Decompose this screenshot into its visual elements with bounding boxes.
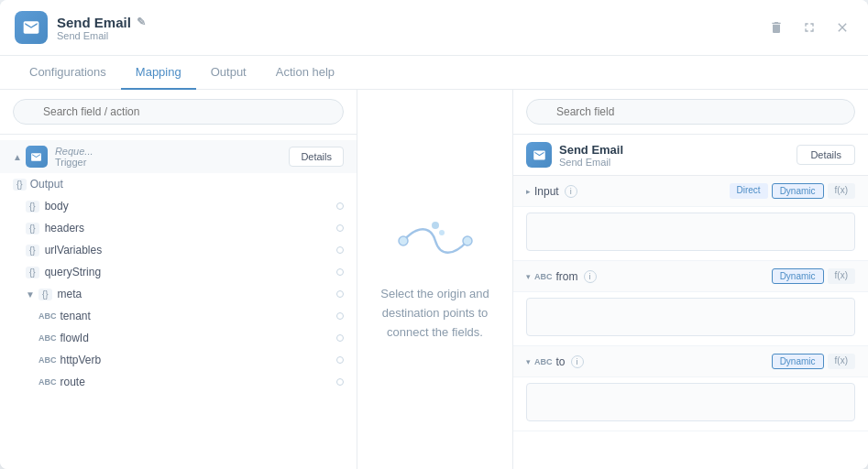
output-type-tag: {}: [13, 179, 27, 191]
from-tag-fx[interactable]: f(x): [828, 268, 855, 284]
from-type-tag: ABC: [534, 272, 553, 281]
destination-title: Send Email: [559, 143, 623, 157]
trigger-details-button[interactable]: Details: [289, 147, 344, 167]
input-tag-fx[interactable]: f(x): [828, 183, 855, 199]
destination-header: Send Email Send Email Details: [513, 135, 868, 176]
from-field-tags: Dynamic f(x): [772, 268, 855, 284]
right-search-area: 🔍: [513, 90, 868, 135]
from-tag-dynamic[interactable]: Dynamic: [772, 268, 824, 284]
left-search-input[interactable]: [13, 99, 344, 125]
input-field-label: Input: [534, 185, 559, 198]
field-section-input: ▸ Input i Direct Dynamic f(x): [513, 176, 868, 261]
tenant-type: ABC: [38, 311, 57, 321]
tree-item-route[interactable]: ABC route: [0, 371, 357, 393]
destination-details-button[interactable]: Details: [797, 145, 855, 165]
tab-mapping[interactable]: Mapping: [121, 56, 196, 90]
meta-chevron: ▼: [26, 289, 35, 300]
right-panel: 🔍 Send Email Send Email Details: [513, 90, 868, 469]
expand-button[interactable]: [798, 16, 820, 38]
querystring-label: queryString: [45, 266, 101, 278]
tabs-bar: Configurations Mapping Output Action hel…: [0, 56, 868, 90]
to-tag-dynamic[interactable]: Dynamic: [772, 354, 824, 369]
field-section-to: ▾ ABC to i Dynamic f(x): [513, 346, 868, 431]
window-subtitle: Send Email: [57, 30, 146, 41]
field-header-input: ▸ Input i Direct Dynamic f(x): [513, 176, 868, 207]
destination-subtitle: Send Email: [559, 157, 623, 168]
close-button[interactable]: [831, 16, 853, 38]
connect-text: Select the origin and destination points…: [376, 285, 494, 342]
output-label: Output: [30, 178, 63, 191]
input-field-area: [513, 207, 868, 260]
flowid-label: flowId: [60, 332, 89, 344]
destination-title-group: Send Email Send Email: [559, 143, 623, 168]
connect-illustration: [394, 216, 477, 270]
to-field-input[interactable]: [526, 383, 855, 421]
to-field-tags: Dynamic f(x): [772, 354, 855, 369]
tenant-label: tenant: [60, 310, 91, 322]
tab-action-help[interactable]: Action help: [261, 56, 349, 90]
tab-output[interactable]: Output: [196, 56, 261, 90]
edit-title-icon[interactable]: ✎: [137, 16, 146, 28]
trigger-icon: [26, 146, 48, 168]
tree-item-body[interactable]: {} body: [0, 195, 357, 217]
meta-type: {}: [38, 289, 52, 300]
field-header-to: ▾ ABC to i Dynamic f(x): [513, 346, 868, 377]
field-section-from: ▾ ABC from i Dynamic f(x): [513, 261, 868, 346]
meta-label: meta: [58, 288, 82, 300]
svg-point-2: [432, 222, 439, 229]
trigger-row: ▲ Reque... Trigger Details: [0, 140, 357, 173]
httpverb-label: httpVerb: [60, 354, 102, 366]
from-field-area: [513, 292, 868, 345]
tab-configurations[interactable]: Configurations: [15, 56, 121, 90]
destination-icon: [526, 142, 552, 168]
to-info-icon[interactable]: i: [571, 355, 584, 368]
tree-item-httpverb[interactable]: ABC httpVerb: [0, 349, 357, 371]
app-icon: [15, 11, 48, 44]
input-field-tags: Direct Dynamic f(x): [730, 183, 855, 199]
to-tag-fx[interactable]: f(x): [828, 354, 855, 369]
urlvariables-type: {}: [26, 245, 39, 256]
tree-item-querystring[interactable]: {} queryString: [0, 261, 357, 283]
main-content: 🔍 ▲ Reque... Trigger Details: [0, 90, 868, 469]
trigger-label-text: Reque... Trigger: [55, 146, 93, 168]
input-chevron: ▸: [526, 187, 531, 196]
tree-item-flowid[interactable]: ABC flowId: [0, 327, 357, 349]
to-type-tag: ABC: [534, 357, 553, 366]
main-window: Send Email ✎ Send Email Configurations M…: [0, 0, 868, 469]
input-tag-dynamic[interactable]: Dynamic: [772, 183, 824, 199]
window-title-text: Send Email: [57, 15, 131, 30]
input-field-input[interactable]: [526, 213, 855, 251]
title-text-group: Send Email ✎ Send Email: [57, 15, 146, 41]
input-info-icon[interactable]: i: [565, 185, 577, 198]
body-type: {}: [26, 201, 39, 213]
route-label: route: [60, 376, 85, 388]
trigger-label: Trigger: [55, 157, 93, 168]
svg-point-3: [439, 230, 445, 235]
right-search-input[interactable]: [526, 99, 855, 125]
tree-item-urlvariables[interactable]: {} urlVariables: [0, 239, 357, 261]
to-chevron: ▾: [526, 357, 531, 366]
body-label: body: [45, 200, 69, 213]
left-search-area: 🔍: [0, 90, 357, 135]
left-panel: 🔍 ▲ Reque... Trigger Details: [0, 90, 357, 469]
tree-item-meta[interactable]: ▼ {} meta: [0, 283, 357, 305]
tree-item-tenant[interactable]: ABC tenant: [0, 305, 357, 327]
input-tag-direct[interactable]: Direct: [730, 183, 768, 199]
flowid-type: ABC: [38, 333, 57, 343]
left-tree: ▲ Reque... Trigger Details {} Output: [0, 135, 357, 469]
headers-label: headers: [45, 222, 84, 234]
field-header-from: ▾ ABC from i Dynamic f(x): [513, 261, 868, 292]
output-section-label: {} Output: [0, 173, 357, 195]
tree-item-headers[interactable]: {} headers: [0, 217, 357, 239]
trigger-chevron: ▲: [13, 152, 22, 162]
from-info-icon[interactable]: i: [584, 270, 597, 283]
window-title: Send Email ✎: [57, 15, 146, 30]
to-field-area: [513, 377, 868, 431]
window-actions: [765, 16, 853, 38]
to-field-label: to: [556, 355, 566, 368]
delete-button[interactable]: [765, 16, 787, 38]
querystring-type: {}: [26, 267, 39, 278]
svg-point-1: [463, 236, 472, 245]
from-chevron: ▾: [526, 272, 531, 281]
from-field-input[interactable]: [526, 298, 855, 336]
